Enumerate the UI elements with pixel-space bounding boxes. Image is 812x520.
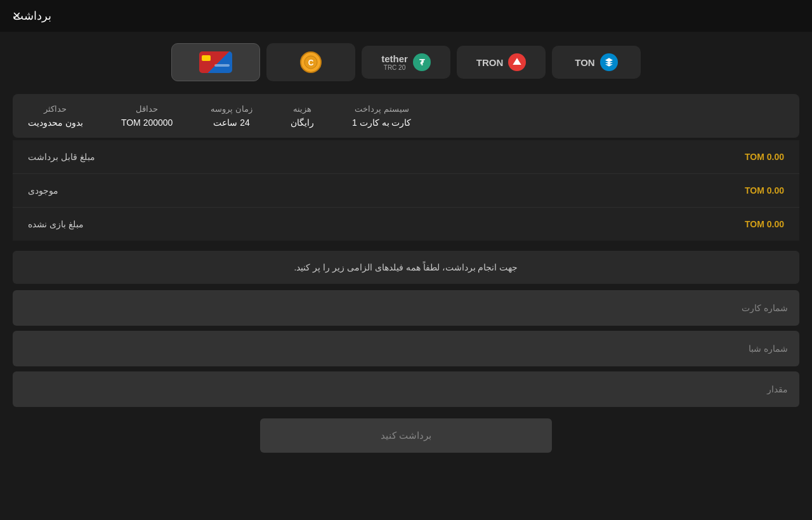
info-payment-value: کارت به کارت 1 [352, 117, 411, 128]
tab-tether[interactable]: ₮ tether TRC 20 [362, 46, 450, 79]
card-icons [199, 51, 232, 73]
tab-card[interactable] [171, 43, 260, 81]
stat-unplayed-value: TOM 0.00 [745, 219, 784, 229]
info-time-value: 24 ساعت [213, 117, 249, 128]
info-col-min: حداقل TOM 200000 [121, 104, 173, 128]
stat-unplayed: TOM 0.00 مبلغ بازی نشده [13, 208, 799, 241]
crypto-icon: C [299, 51, 322, 74]
card-number-input[interactable] [13, 290, 799, 326]
tab-tron-label: TRON [476, 57, 504, 68]
stats-section: TOM 0.00 مبلغ قابل برداشت TOM 0.00 موجود… [13, 140, 799, 241]
info-col-payment: سیستم پرداخت کارت به کارت 1 [352, 104, 411, 128]
tabs-row: TON TRON ₮ tether TRC 20 C [0, 32, 812, 88]
tab-tether-sublabel: TRC 20 [384, 64, 405, 71]
tab-ton[interactable]: TON [552, 46, 641, 79]
info-max-value: بدون محدودیت [28, 117, 83, 128]
info-col-time: زمان پروسه 24 ساعت [211, 104, 252, 128]
info-col-max: حداکثر بدون محدودیت [28, 104, 83, 128]
tab-crypto[interactable]: C [266, 43, 355, 81]
tether-icon: ₮ [413, 53, 431, 71]
svg-text:C: C [308, 58, 314, 67]
stat-withdrawable-value: TOM 0.00 [745, 152, 784, 162]
info-time-title: زمان پروسه [211, 104, 252, 114]
tron-icon [508, 53, 526, 71]
close-button[interactable]: × [13, 9, 21, 23]
tab-ton-label: TON [575, 57, 594, 68]
sheba-input[interactable] [13, 331, 799, 366]
tab-tether-label: tether [381, 53, 408, 64]
main-content: سیستم پرداخت کارت به کارت 1 هزینه رایگان… [0, 88, 812, 459]
info-table: سیستم پرداخت کارت به کارت 1 هزینه رایگان… [13, 94, 799, 138]
info-col-fee: هزینه رایگان [291, 104, 314, 128]
info-fee-value: رایگان [291, 117, 314, 128]
info-min-title: حداقل [136, 104, 158, 114]
svg-marker-0 [513, 58, 521, 65]
info-fee-title: هزینه [293, 104, 311, 114]
ton-icon [600, 53, 618, 71]
top-bar: × برداشت [0, 0, 812, 32]
info-payment-title: سیستم پرداخت [355, 104, 409, 114]
withdraw-button[interactable]: برداشت کنید [260, 418, 552, 453]
info-min-value: TOM 200000 [121, 117, 173, 128]
stat-withdrawable: TOM 0.00 مبلغ قابل برداشت [13, 140, 799, 174]
instructions-text: جهت انجام برداشت، لطفاً همه فیلدهای الزا… [294, 262, 518, 272]
tab-tron[interactable]: TRON [457, 46, 546, 79]
stat-balance-label: موجودی [28, 185, 58, 196]
form-section: برداشت کنید [13, 290, 799, 453]
stat-balance: TOM 0.00 موجودی [13, 174, 799, 208]
stat-balance-value: TOM 0.00 [745, 185, 784, 196]
instructions-box: جهت انجام برداشت، لطفاً همه فیلدهای الزا… [13, 251, 799, 284]
amount-input[interactable] [13, 371, 799, 407]
info-max-title: حداکثر [44, 104, 67, 114]
stat-unplayed-label: مبلغ بازی نشده [28, 219, 84, 229]
stat-withdrawable-label: مبلغ قابل برداشت [28, 152, 95, 162]
